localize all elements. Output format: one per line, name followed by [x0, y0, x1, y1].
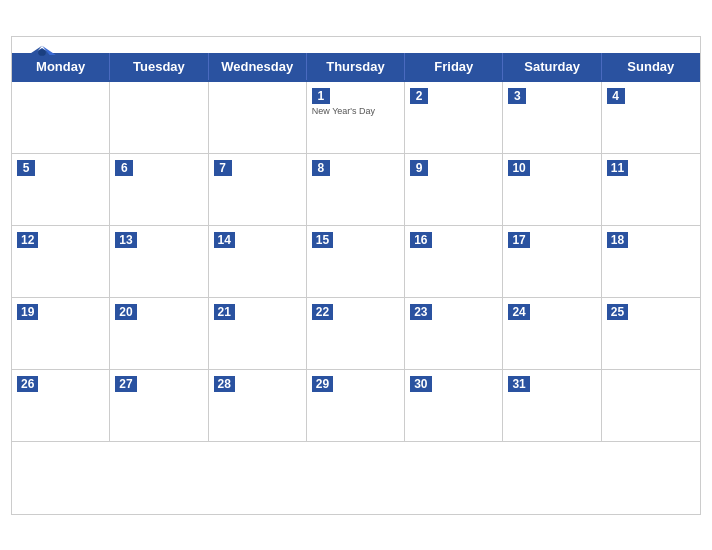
calendar-cell: 18 — [602, 226, 700, 298]
cell-date-number: 11 — [607, 160, 628, 176]
cell-date-number: 17 — [508, 232, 529, 248]
cell-date-number: 4 — [607, 88, 625, 104]
calendar-cell — [110, 82, 208, 154]
cell-date-number: 10 — [508, 160, 529, 176]
calendar-cell: 13 — [110, 226, 208, 298]
cell-date-number: 12 — [17, 232, 38, 248]
calendar-cell: 14 — [209, 226, 307, 298]
calendar-cell: 27 — [110, 370, 208, 442]
calendar-cell: 28 — [209, 370, 307, 442]
cell-date-number: 18 — [607, 232, 628, 248]
cell-date-number: 13 — [115, 232, 136, 248]
cell-date-number: 30 — [410, 376, 431, 392]
logo-bird-icon — [28, 45, 56, 65]
day-header-monday: Monday — [12, 53, 110, 80]
calendar-cell: 30 — [405, 370, 503, 442]
calendar-cell — [602, 370, 700, 442]
cell-date-number: 16 — [410, 232, 431, 248]
calendar-cell: 6 — [110, 154, 208, 226]
cell-date-number: 25 — [607, 304, 628, 320]
cell-date-number: 5 — [17, 160, 35, 176]
day-header-friday: Friday — [405, 53, 503, 80]
calendar-cell: 1New Year's Day — [307, 82, 405, 154]
cell-date-number: 14 — [214, 232, 235, 248]
day-header-saturday: Saturday — [503, 53, 601, 80]
calendar-grid: 1New Year's Day2345678910111213141516171… — [12, 80, 700, 514]
cell-date-number: 20 — [115, 304, 136, 320]
calendar-cell: 5 — [12, 154, 110, 226]
calendar-cell: 15 — [307, 226, 405, 298]
cell-date-number: 19 — [17, 304, 38, 320]
day-header-tuesday: Tuesday — [110, 53, 208, 80]
calendar-cell: 8 — [307, 154, 405, 226]
calendar-cell — [12, 82, 110, 154]
calendar-cell: 11 — [602, 154, 700, 226]
svg-point-3 — [38, 49, 46, 55]
calendar-cell: 17 — [503, 226, 601, 298]
calendar-cell: 20 — [110, 298, 208, 370]
day-header-sunday: Sunday — [602, 53, 700, 80]
calendar-cell: 19 — [12, 298, 110, 370]
cell-date-number: 27 — [115, 376, 136, 392]
calendar-header — [12, 37, 700, 53]
calendar-cell — [209, 82, 307, 154]
cell-date-number: 28 — [214, 376, 235, 392]
cell-date-number: 1 — [312, 88, 330, 104]
calendar-cell: 24 — [503, 298, 601, 370]
calendar-cell: 2 — [405, 82, 503, 154]
calendar-cell: 10 — [503, 154, 601, 226]
cell-date-number: 29 — [312, 376, 333, 392]
calendar-cell: 22 — [307, 298, 405, 370]
day-headers-row: MondayTuesdayWednesdayThursdayFridaySatu… — [12, 53, 700, 80]
cell-date-number: 23 — [410, 304, 431, 320]
calendar-cell: 3 — [503, 82, 601, 154]
day-header-thursday: Thursday — [307, 53, 405, 80]
calendar-cell: 7 — [209, 154, 307, 226]
cell-date-number: 22 — [312, 304, 333, 320]
calendar-cell: 9 — [405, 154, 503, 226]
calendar-cell: 21 — [209, 298, 307, 370]
calendar-cell: 12 — [12, 226, 110, 298]
cell-date-number: 2 — [410, 88, 428, 104]
cell-date-number: 26 — [17, 376, 38, 392]
cell-date-number: 21 — [214, 304, 235, 320]
cell-date-number: 3 — [508, 88, 526, 104]
cell-date-number: 9 — [410, 160, 428, 176]
calendar-cell: 29 — [307, 370, 405, 442]
cell-date-number: 8 — [312, 160, 330, 176]
cell-date-number: 31 — [508, 376, 529, 392]
day-header-wednesday: Wednesday — [209, 53, 307, 80]
cell-date-number: 7 — [214, 160, 232, 176]
calendar-cell: 31 — [503, 370, 601, 442]
logo — [28, 45, 56, 65]
calendar: MondayTuesdayWednesdayThursdayFridaySatu… — [11, 36, 701, 515]
calendar-cell: 23 — [405, 298, 503, 370]
cell-event: New Year's Day — [312, 106, 399, 117]
calendar-cell: 4 — [602, 82, 700, 154]
calendar-cell: 25 — [602, 298, 700, 370]
cell-date-number: 24 — [508, 304, 529, 320]
cell-date-number: 6 — [115, 160, 133, 176]
calendar-cell: 16 — [405, 226, 503, 298]
cell-date-number: 15 — [312, 232, 333, 248]
calendar-cell: 26 — [12, 370, 110, 442]
